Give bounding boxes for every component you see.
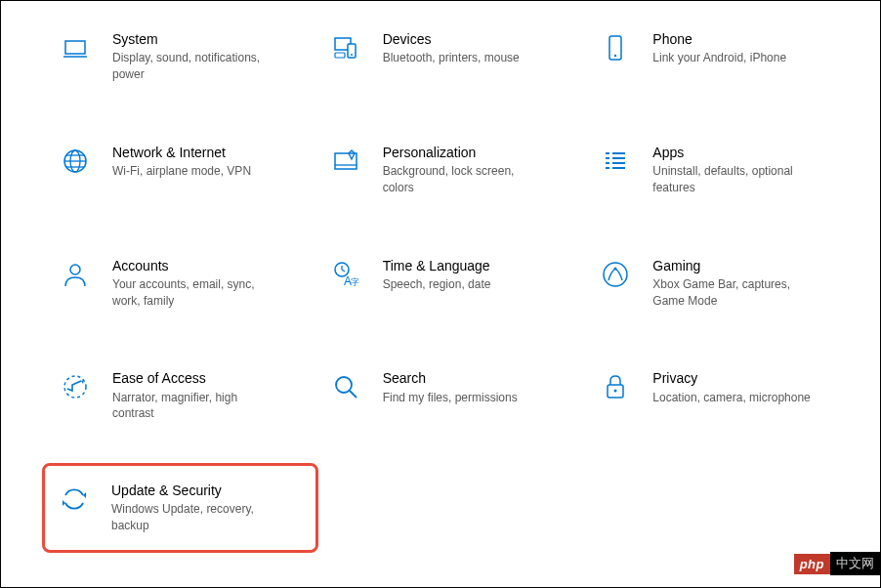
category-text: PrivacyLocation, camera, microphone: [652, 369, 810, 405]
category-text: Time & LanguageSpeech, region, date: [383, 257, 491, 293]
settings-category-update-security[interactable]: Update & SecurityWindows Update, recover…: [42, 463, 318, 553]
watermark: php 中文网: [794, 552, 880, 575]
category-subtitle: Uninstall, defaults, optional features: [652, 163, 818, 196]
personalization-icon: [328, 144, 363, 179]
settings-category-phone[interactable]: PhoneLink your Android, iPhone: [594, 26, 847, 87]
category-subtitle: Narrator, magnifier, high contrast: [112, 390, 278, 423]
update-security-icon: [57, 482, 92, 517]
category-title: Update & Security: [111, 482, 277, 499]
settings-category-personalization[interactable]: PersonalizationBackground, lock screen, …: [324, 140, 577, 200]
settings-category-devices[interactable]: DevicesBluetooth, printers, mouse: [324, 26, 577, 87]
category-text: Ease of AccessNarrator, magnifier, high …: [112, 369, 278, 422]
category-title: Accounts: [112, 257, 278, 274]
category-title: Search: [383, 369, 518, 387]
settings-category-gaming[interactable]: GamingXbox Game Bar, captures, Game Mode: [594, 253, 847, 314]
search-icon: [328, 369, 363, 404]
category-title: Personalization: [383, 144, 549, 161]
category-title: Gaming: [652, 257, 818, 274]
watermark-left: php: [794, 554, 830, 574]
settings-category-ease-of-access[interactable]: Ease of AccessNarrator, magnifier, high …: [54, 365, 307, 426]
settings-category-system[interactable]: SystemDisplay, sound, notifications, pow…: [54, 26, 307, 87]
time-language-icon: [328, 257, 363, 292]
category-subtitle: Find my files, permissions: [383, 390, 518, 406]
category-text: Network & InternetWi-Fi, airplane mode, …: [112, 144, 251, 180]
category-text: AccountsYour accounts, email, sync, work…: [112, 257, 278, 310]
category-title: Apps: [652, 144, 818, 161]
gaming-icon: [598, 257, 633, 292]
apps-icon: [598, 144, 633, 179]
watermark-right: 中文网: [830, 552, 880, 575]
network-icon: [58, 144, 93, 179]
category-subtitle: Speech, region, date: [383, 276, 491, 293]
system-icon: [58, 30, 93, 65]
category-text: PhoneLink your Android, iPhone: [652, 30, 786, 66]
settings-category-apps[interactable]: AppsUninstall, defaults, optional featur…: [594, 140, 847, 200]
settings-categories-grid: SystemDisplay, sound, notifications, pow…: [1, 1, 880, 563]
category-subtitle: Xbox Game Bar, captures, Game Mode: [652, 276, 818, 310]
settings-category-network[interactable]: Network & InternetWi-Fi, airplane mode, …: [54, 140, 307, 200]
category-subtitle: Bluetooth, printers, mouse: [383, 50, 520, 66]
category-title: Time & Language: [383, 257, 491, 274]
category-subtitle: Wi-Fi, airplane mode, VPN: [112, 163, 251, 180]
category-title: Network & Internet: [112, 144, 251, 161]
category-subtitle: Display, sound, notifications, power: [112, 50, 278, 83]
category-title: Ease of Access: [112, 369, 278, 387]
phone-icon: [598, 30, 633, 65]
settings-category-time-language[interactable]: Time & LanguageSpeech, region, date: [324, 253, 577, 314]
category-title: Devices: [383, 30, 520, 48]
category-text: Update & SecurityWindows Update, recover…: [111, 482, 277, 534]
category-text: PersonalizationBackground, lock screen, …: [383, 144, 549, 196]
ease-of-access-icon: [58, 369, 93, 404]
category-text: SystemDisplay, sound, notifications, pow…: [112, 30, 278, 83]
category-title: Phone: [652, 30, 786, 48]
category-text: SearchFind my files, permissions: [383, 369, 518, 405]
category-subtitle: Windows Update, recovery, backup: [111, 501, 277, 534]
category-subtitle: Background, lock screen, colors: [383, 163, 549, 196]
category-text: AppsUninstall, defaults, optional featur…: [652, 144, 818, 196]
category-title: System: [112, 30, 278, 48]
settings-category-accounts[interactable]: AccountsYour accounts, email, sync, work…: [54, 253, 307, 314]
settings-category-privacy[interactable]: PrivacyLocation, camera, microphone: [594, 365, 847, 426]
category-text: DevicesBluetooth, printers, mouse: [383, 30, 520, 66]
category-text: GamingXbox Game Bar, captures, Game Mode: [652, 257, 818, 310]
category-subtitle: Link your Android, iPhone: [652, 50, 786, 66]
privacy-icon: [598, 369, 633, 404]
category-subtitle: Location, camera, microphone: [652, 390, 810, 406]
settings-category-search[interactable]: SearchFind my files, permissions: [324, 365, 577, 426]
category-subtitle: Your accounts, email, sync, work, family: [112, 276, 278, 310]
devices-icon: [328, 30, 363, 65]
category-title: Privacy: [652, 369, 810, 387]
accounts-icon: [58, 257, 93, 292]
